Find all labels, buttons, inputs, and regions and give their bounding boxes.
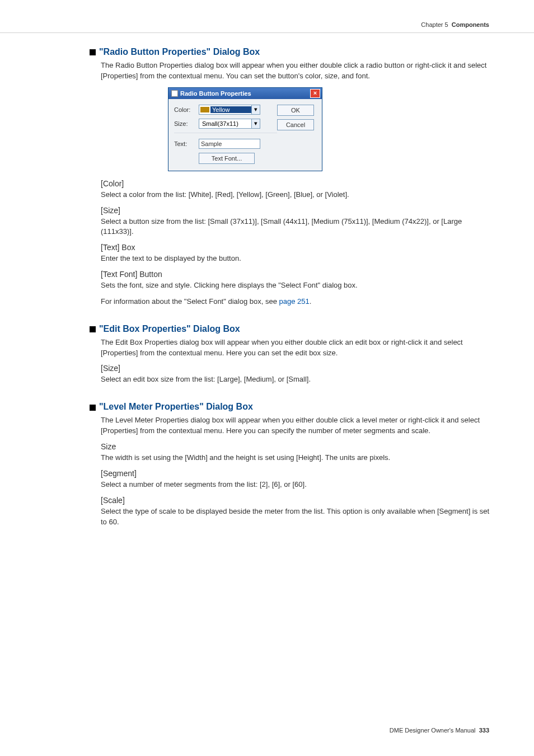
dialog-left: Color: Yellow ▾ Size: Small(37x11) [174, 105, 277, 164]
textbox-subhead: [Text] Box [101, 243, 493, 252]
level-heading: "Level Meter Properties" Dialog Box [90, 402, 493, 412]
size-combo[interactable]: Small(37x11) ▾ [199, 119, 260, 129]
section-label: Components [452, 21, 489, 28]
text-row: Text: Sample [174, 139, 277, 149]
color-body: Select a color from the list: [White], [… [101, 190, 493, 200]
close-icon[interactable]: × [310, 89, 320, 98]
tf-b2b: . [310, 297, 312, 306]
level-size-body: The width is set using the [Width] and t… [101, 453, 493, 463]
size-value: Small(37x11) [200, 120, 251, 127]
page-link[interactable]: page 251 [279, 297, 310, 306]
page-footer: DME Designer Owner's Manual 333 [390, 727, 489, 734]
size-subhead: [Size] [101, 206, 493, 215]
size-label: Size: [174, 120, 199, 127]
chevron-down-icon[interactable]: ▾ [251, 119, 260, 128]
dialog-titlebar: Radio Button Properties × [168, 88, 322, 99]
dialog-title: Radio Button Properties [180, 88, 251, 99]
page-header: Chapter 5 Components [421, 21, 489, 28]
dialog-right: OK Cancel [277, 105, 316, 164]
separator [174, 133, 277, 133]
edit-heading-text: "Edit Box Properties" Dialog Box [99, 324, 240, 334]
scale-subhead: [Scale] [101, 496, 493, 505]
radio-dialog-wrap: Radio Button Properties × Color: Yellow … [168, 87, 493, 171]
segment-subhead: [Segment] [101, 469, 493, 478]
tf-b2a: For information about the "Select Font" … [101, 297, 279, 306]
level-size-subhead: Size [101, 442, 493, 451]
cancel-button[interactable]: Cancel [277, 119, 314, 130]
edit-intro: The Edit Box Properties dialog box will … [101, 337, 493, 359]
color-row: Color: Yellow ▾ [174, 105, 277, 115]
textfont-body1: Sets the font, size and style. Clicking … [101, 280, 493, 291]
text-label: Text: [174, 140, 199, 147]
level-heading-text: "Level Meter Properties" Dialog Box [99, 402, 253, 411]
scale-body: Select the type of scale to be displayed… [101, 506, 493, 528]
text-input[interactable]: Sample [199, 139, 260, 149]
page-content: "Radio Button Properties" Dialog Box The… [90, 47, 493, 544]
page-number: 333 [479, 727, 489, 734]
bullet-icon [90, 405, 96, 411]
textbox-body: Enter the text to be displayed by the bu… [101, 253, 493, 264]
color-subhead: [Color] [101, 179, 493, 188]
radio-heading: "Radio Button Properties" Dialog Box [90, 47, 493, 57]
radio-intro: The Radio Button Properties dialog box w… [101, 60, 493, 82]
dialog-body: Color: Yellow ▾ Size: Small(37x11) [168, 99, 322, 171]
text-font-button[interactable]: Text Font... [199, 153, 255, 164]
color-label: Color: [174, 106, 199, 113]
color-value: Yellow [210, 106, 251, 113]
chevron-down-icon[interactable]: ▾ [251, 105, 260, 114]
header-rule [0, 32, 534, 33]
textfont-subhead: [Text Font] Button [101, 270, 493, 279]
bullet-icon [90, 49, 96, 55]
bullet-icon [90, 326, 96, 332]
footer-text: DME Designer Owner's Manual [390, 727, 476, 734]
app-icon [171, 90, 178, 97]
color-combo[interactable]: Yellow ▾ [199, 105, 260, 115]
level-intro: The Level Meter Properties dialog box wi… [101, 415, 493, 436]
ok-button[interactable]: OK [277, 105, 314, 116]
chapter-label: Chapter 5 [421, 21, 448, 28]
size-row: Size: Small(37x11) ▾ [174, 119, 277, 129]
level-section: "Level Meter Properties" Dialog Box The … [90, 402, 493, 527]
edit-size-subhead: [Size] [101, 364, 493, 373]
radio-heading-text: "Radio Button Properties" Dialog Box [99, 47, 260, 57]
size-body: Select a button size from the list: [Sma… [101, 217, 493, 238]
radio-section: "Radio Button Properties" Dialog Box The… [90, 47, 493, 307]
edit-size-body: Select an edit box size from the list: [… [101, 374, 493, 385]
color-swatch-icon [200, 107, 209, 112]
edit-section: "Edit Box Properties" Dialog Box The Edi… [90, 324, 493, 386]
edit-heading: "Edit Box Properties" Dialog Box [90, 324, 493, 334]
textfont-body2: For information about the "Select Font" … [101, 297, 493, 307]
segment-body: Select a number of meter segments from t… [101, 480, 493, 490]
radio-dialog: Radio Button Properties × Color: Yellow … [168, 87, 322, 171]
